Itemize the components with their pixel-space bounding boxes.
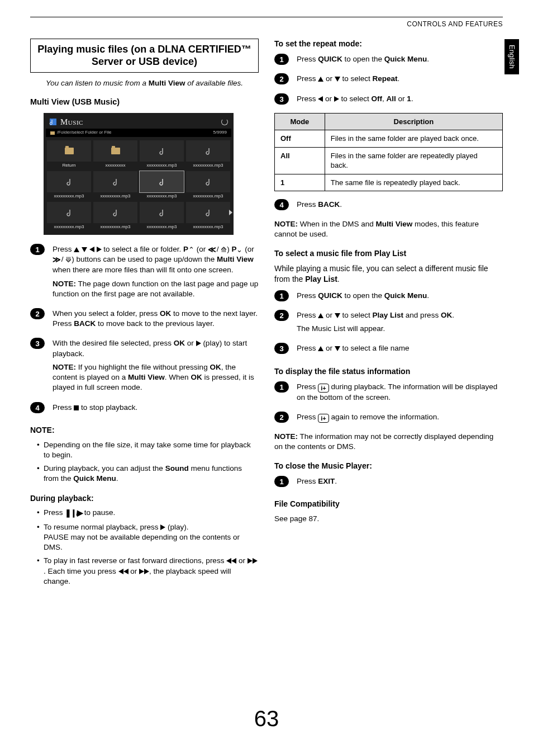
step-2-icon: 2 bbox=[30, 308, 45, 319]
step-2-icon: 2 bbox=[274, 412, 289, 423]
intro-post: of available files. bbox=[185, 79, 244, 87]
svg-text:3: 3 bbox=[279, 95, 283, 103]
arrow-up-icon bbox=[74, 247, 79, 252]
arrow-up-icon bbox=[318, 346, 323, 351]
compat-text: See page 87. bbox=[274, 514, 503, 524]
music-file-icon bbox=[204, 209, 212, 216]
file-label: xxxxxxxxx.mp3 bbox=[186, 193, 230, 200]
file-label: xxxxxxxxx.mp3 bbox=[47, 224, 91, 230]
svg-text:2: 2 bbox=[279, 413, 283, 422]
step-3-icon: 3 bbox=[274, 93, 289, 105]
info-button-icon: i+ bbox=[318, 384, 329, 393]
screenshot-breadcrumb-row: /Folder/select Folder or File 5/9999 bbox=[46, 129, 231, 137]
repeat-step-1: Press QUICK to open the Quick Menu. bbox=[297, 54, 503, 68]
refresh-icon bbox=[221, 119, 228, 125]
right-column: To set the repeat mode: 1 Press QUICK to… bbox=[274, 39, 503, 590]
intro-pre: You can listen to music from a bbox=[46, 79, 149, 87]
file-label: xxxxxxxxx.mp3 bbox=[93, 224, 137, 230]
play-icon bbox=[160, 525, 165, 530]
rewind-icon bbox=[231, 558, 236, 564]
arrow-left-icon bbox=[318, 96, 323, 102]
file-label: xxxxxxxxx.mp3 bbox=[186, 224, 230, 230]
svg-text:1: 1 bbox=[279, 55, 283, 64]
svg-text:2: 2 bbox=[279, 75, 283, 83]
svg-text:1: 1 bbox=[279, 478, 283, 486]
music-file-icon bbox=[158, 147, 166, 155]
music-file-icon bbox=[158, 209, 166, 216]
svg-text:3: 3 bbox=[279, 344, 283, 353]
playlist-step-1: Press QUICK to open the Quick Menu. bbox=[297, 290, 503, 304]
music-file-icon bbox=[65, 178, 73, 186]
mode-cell: 1 bbox=[275, 174, 325, 191]
status-heading: To display the file status information bbox=[274, 366, 503, 377]
svg-text:4: 4 bbox=[35, 404, 40, 412]
note-heading: NOTE: bbox=[30, 425, 259, 436]
info-button-icon: i+ bbox=[318, 414, 329, 423]
step-2-body: When you select a folder, press OK to mo… bbox=[53, 308, 259, 332]
arrow-right-icon bbox=[97, 247, 102, 252]
rewind-icon bbox=[118, 569, 123, 574]
arrow-down-icon bbox=[335, 313, 340, 318]
language-tab: English bbox=[505, 39, 519, 74]
during-bullet: To resume normal playback, press (play).… bbox=[37, 522, 259, 553]
mode-cell: All bbox=[275, 147, 325, 174]
status-step-1: Press i+ during playback. The informatio… bbox=[297, 381, 503, 406]
folder-icon bbox=[111, 148, 120, 154]
return-label: Return bbox=[47, 163, 91, 169]
step-1-icon: 1 bbox=[274, 290, 289, 301]
music-app-icon bbox=[49, 118, 57, 126]
rewind-icon bbox=[226, 558, 231, 564]
during-playback-heading: During playback: bbox=[30, 493, 259, 504]
file-label: xxxxxxxxx.mp3 bbox=[140, 193, 184, 200]
playlist-step-3: Press or to select a file name bbox=[297, 343, 503, 357]
rewind-icon bbox=[123, 569, 129, 574]
pause-play-icon: ❚❙/▶ bbox=[65, 508, 82, 518]
fast-forward-icon bbox=[248, 558, 253, 564]
music-screenshot: Music /Folder/select Folder or File 5/99… bbox=[44, 113, 234, 234]
step-1-body: Press to select a file or folder. P⌃ (or… bbox=[53, 244, 259, 303]
table-row: 1 The same file is repeatedly played bac… bbox=[275, 174, 503, 191]
arrow-down-icon bbox=[82, 247, 87, 252]
during-bullet: To play in fast reverse or fast forward … bbox=[37, 556, 259, 587]
arrow-right-icon bbox=[334, 96, 339, 102]
arrow-up-icon bbox=[318, 313, 323, 318]
header-section: CONTROLS AND FEATURES bbox=[30, 20, 503, 29]
music-file-icon bbox=[204, 178, 212, 186]
folder-icon bbox=[65, 148, 74, 154]
svg-text:1: 1 bbox=[35, 245, 39, 254]
music-file-icon bbox=[112, 209, 120, 216]
table-head-desc: Description bbox=[325, 113, 502, 130]
svg-rect-0 bbox=[50, 119, 56, 125]
svg-text:1: 1 bbox=[279, 383, 283, 391]
repeat-step-2: Press or to select Repeat. bbox=[297, 73, 503, 87]
music-file-icon bbox=[204, 147, 212, 155]
screenshot-counter: 5/9999 bbox=[213, 130, 227, 136]
fast-forward-icon bbox=[144, 569, 149, 574]
stop-icon bbox=[74, 405, 79, 410]
repeat-step-4: Press BACK. bbox=[297, 199, 503, 213]
status-note: NOTE: The information may not be correct… bbox=[274, 432, 503, 452]
compat-heading: File Compatibility bbox=[274, 499, 503, 509]
fast-forward-icon bbox=[139, 569, 144, 574]
repeat-step-3: Press or to select Off, All or 1. bbox=[297, 93, 503, 107]
mode-cell: Off bbox=[275, 130, 325, 148]
left-column: Playing music files (on a DLNA CERTIFIED… bbox=[30, 39, 259, 590]
playlist-heading: To select a music file from Play List bbox=[274, 248, 503, 259]
step-1-icon: 1 bbox=[30, 244, 45, 255]
step-2-icon: 2 bbox=[274, 73, 289, 84]
arrow-up-icon bbox=[318, 77, 323, 82]
step-1-icon: 1 bbox=[274, 476, 289, 487]
fast-forward-icon bbox=[253, 558, 258, 564]
repeat-note: NOTE: When in the DMS and Multi View mod… bbox=[274, 219, 503, 239]
svg-text:4: 4 bbox=[279, 201, 284, 209]
music-file-icon bbox=[112, 178, 120, 186]
note-bullet: Depending on the file size, it may take … bbox=[37, 440, 259, 460]
intro-bold: Multi View bbox=[149, 79, 185, 87]
music-file-icon bbox=[158, 178, 166, 186]
screenshot-breadcrumb: /Folder/select Folder or File bbox=[57, 130, 111, 136]
step-3-icon: 3 bbox=[30, 338, 45, 349]
note-bullet: During playback, you can adjust the Soun… bbox=[37, 464, 259, 484]
folder-icon bbox=[50, 131, 55, 135]
note-bullets: Depending on the file size, it may take … bbox=[30, 440, 259, 484]
table-head-mode: Mode bbox=[275, 113, 325, 130]
